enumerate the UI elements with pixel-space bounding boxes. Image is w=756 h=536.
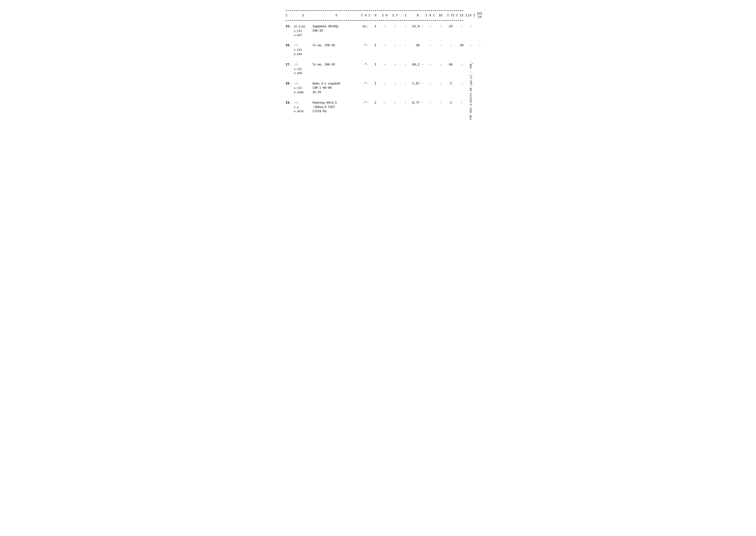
row-c8: - bbox=[400, 62, 411, 66]
row-desc: Задвижка 30ч6брI00-IO bbox=[312, 24, 360, 33]
row-c10: - bbox=[425, 43, 435, 47]
row-c6: - bbox=[379, 62, 390, 66]
row-c9: 22,9 - bbox=[411, 24, 425, 28]
header-col-13: I I2 I bbox=[456, 14, 467, 17]
row-c6: - bbox=[379, 101, 390, 105]
row-c11: - bbox=[435, 24, 446, 28]
row-c12: 60 bbox=[446, 62, 456, 66]
row-c10: - bbox=[425, 82, 435, 85]
row-ref: -"-ч.IIIп.649 bbox=[294, 43, 312, 56]
header-col-10: I 9 I bbox=[425, 14, 435, 17]
row-c7: - bbox=[390, 43, 400, 47]
row-c6: - bbox=[379, 24, 390, 28]
header-row: I 2 3 I 4 I 5 I 6 I 7 I 8 I 9 I IO I II … bbox=[286, 11, 463, 20]
table-row: I5. IУ-4-82ч.IIIп.647 Задвижка 30ч6брI00… bbox=[286, 21, 463, 40]
header-col-8: I bbox=[400, 14, 411, 17]
row-c8: - bbox=[400, 101, 411, 105]
vertical-label: ТПР 901-2-0147с.86 (дл.у) - т06 - bbox=[469, 4, 475, 120]
row-c8: - bbox=[400, 43, 411, 47]
row-c13: - bbox=[456, 82, 467, 85]
row-c5: I bbox=[371, 82, 379, 85]
row-unit: -"- bbox=[360, 62, 371, 66]
row-unit: шт. bbox=[360, 24, 371, 28]
row-c11: - bbox=[435, 62, 446, 66]
row-ref: IУ-4-82ч.IIIп.647 bbox=[294, 24, 312, 38]
header-col-2: 2 bbox=[294, 14, 312, 17]
header-col-6: I 6 bbox=[379, 14, 390, 17]
row-c8: - bbox=[400, 82, 411, 85]
row-c11: - bbox=[435, 101, 446, 105]
header-col-4: I 4 I bbox=[360, 14, 371, 17]
row-c11: - bbox=[435, 43, 446, 47]
row-num: I6. bbox=[286, 43, 294, 47]
row-num: I9. bbox=[286, 101, 294, 105]
header-col-12: I II bbox=[446, 14, 456, 17]
table-row: I9. -"-ч.уп.3070 Переход 89x3,5-I08x4,0 … bbox=[286, 97, 463, 116]
row-unit: -"- bbox=[360, 82, 371, 85]
row-c13: - bbox=[456, 101, 467, 105]
row-desc: Кран 3-х ходовойI4М I-00-00I5-I6 bbox=[312, 82, 360, 94]
table-row: I8. -"-ч.IIIп.1039 Кран 3-х ходовойI4М I… bbox=[286, 78, 463, 97]
header-col-9: 8 bbox=[411, 14, 425, 17]
header-col-7: I 7 bbox=[390, 14, 400, 17]
row-desc: Переход 89x3,5-I08x4,0 ГОСТI7378-83 bbox=[312, 101, 360, 114]
row-c6: - bbox=[379, 43, 390, 47]
row-c8: - bbox=[400, 24, 411, 28]
row-c7: - bbox=[390, 62, 400, 66]
row-desc: То же, I50-IO bbox=[312, 43, 360, 48]
row-unit: -"- bbox=[360, 43, 371, 47]
header-col-5: 5 bbox=[371, 14, 379, 17]
row-c10: - bbox=[425, 101, 435, 105]
header-col-11: IO bbox=[435, 14, 446, 17]
row-ref: -"-ч.IIIп.1039 bbox=[294, 82, 312, 95]
row-c5: 2 bbox=[371, 101, 379, 105]
table-row: I7. -"-ч.IIIп.650 То же, 200-IO -"- I - … bbox=[286, 59, 463, 78]
row-c12: 2 bbox=[446, 101, 456, 105]
row-c5: I bbox=[371, 43, 379, 47]
row-ref: -"-ч.уп.3070 bbox=[294, 101, 312, 114]
row-c10: - bbox=[425, 62, 435, 66]
row-c10: - bbox=[425, 24, 435, 28]
table-row: I6. -"-ч.IIIп.649 То же, I50-IO -"- I - … bbox=[286, 40, 463, 59]
row-c13: - bbox=[456, 24, 467, 28]
row-c15 bbox=[476, 24, 484, 25]
row-c9: 0,77 - bbox=[411, 101, 425, 105]
row-ref: -"-ч.IIIп.650 bbox=[294, 62, 312, 76]
row-c5: I bbox=[371, 24, 379, 28]
row-num: I8. bbox=[286, 82, 294, 85]
row-unit: -"- bbox=[360, 101, 371, 105]
row-c9: I,07 - bbox=[411, 82, 425, 85]
row-num: I5. bbox=[286, 24, 294, 28]
header-col-3: 3 bbox=[312, 14, 360, 17]
row-c13: 38 bbox=[456, 43, 467, 47]
page-container: I 2 3 I 4 I 5 I 6 I 7 I 8 I 9 I IO I II … bbox=[281, 4, 475, 120]
row-c7: - bbox=[390, 24, 400, 28]
row-c12: 23 bbox=[446, 24, 456, 28]
header-col-1: I bbox=[286, 14, 294, 17]
rows-container: I5. IУ-4-82ч.IIIп.647 Задвижка 30ч6брI00… bbox=[286, 21, 463, 116]
row-num: I7. bbox=[286, 62, 294, 66]
row-c15 bbox=[476, 62, 484, 63]
header-col-15: I4I I5 bbox=[476, 12, 484, 19]
row-c7: - bbox=[390, 101, 400, 105]
row-c15 bbox=[476, 101, 484, 101]
row-c12: I bbox=[446, 82, 456, 85]
row-c9: 38 bbox=[411, 43, 425, 47]
row-c11: - bbox=[435, 82, 446, 85]
row-c7: - bbox=[390, 82, 400, 85]
row-c12: - bbox=[446, 43, 456, 47]
main-table: I 2 3 I 4 I 5 I 6 I 7 I 8 I 9 I IO I II … bbox=[281, 4, 467, 120]
row-c9: 60,2 - bbox=[411, 62, 425, 66]
row-desc: То же, 200-IO bbox=[312, 62, 360, 67]
row-c5: I bbox=[371, 62, 379, 66]
row-c15 bbox=[476, 82, 484, 82]
row-c6: - bbox=[379, 82, 390, 85]
row-c13: - bbox=[456, 62, 467, 66]
row-c15: - bbox=[476, 43, 484, 47]
